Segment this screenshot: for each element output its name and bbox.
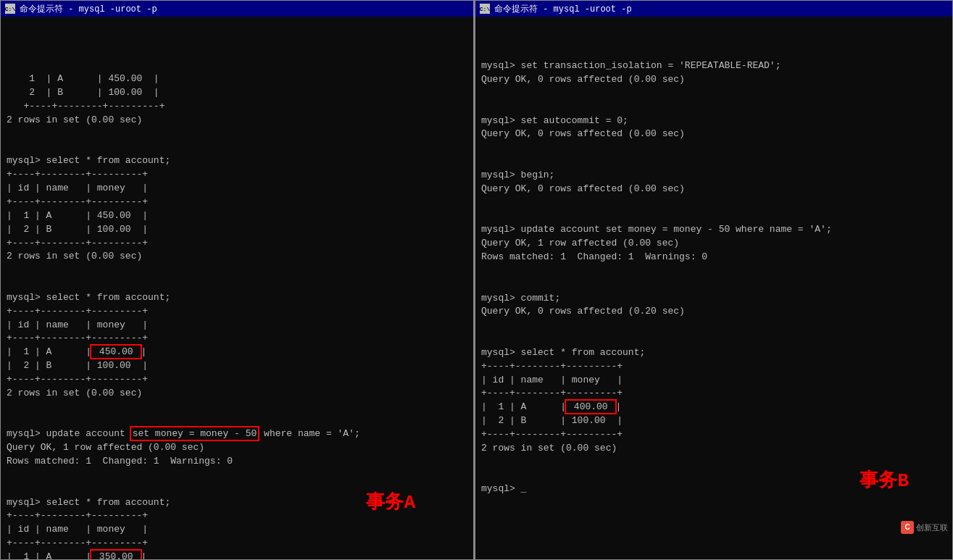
title-text-left: 命令提示符 - mysql -uroot -p (20, 3, 157, 15)
watermark-logo: C 创新互联 (901, 521, 948, 534)
terminal-content-right: mysql> set transaction_isolation = 'REPE… (481, 46, 946, 510)
terminal-window-right: C:\ 命令提示符 - mysql -uroot -p mysql> set t… (475, 0, 953, 560)
label-transaction-b: 事务B (860, 468, 909, 494)
watermark-text: 创新互联 (916, 522, 948, 533)
terminal-icon-left: C:\ (5, 4, 15, 14)
terminal-body-right[interactable]: mysql> set transaction_isolation = 'REPE… (475, 17, 952, 559)
titlebar-left: C:\ 命令提示符 - mysql -uroot -p (1, 1, 473, 17)
terminal-content-left: 1 | A | 450.00 | 2 | B | 100.00 | +----+… (7, 59, 467, 559)
terminal-window-left: C:\ 命令提示符 - mysql -uroot -p 1 | A | 450.… (0, 0, 475, 560)
terminal-body-left[interactable]: 1 | A | 450.00 | 2 | B | 100.00 | +----+… (1, 17, 473, 559)
label-transaction-a: 事务A (366, 490, 415, 516)
title-text-right: 命令提示符 - mysql -uroot -p (494, 3, 632, 15)
watermark: C 创新互联 (901, 498, 948, 556)
watermark-icon: C (901, 521, 914, 534)
titlebar-right: C:\ 命令提示符 - mysql -uroot -p (475, 1, 952, 17)
terminal-icon-right: C:\ (480, 4, 490, 14)
